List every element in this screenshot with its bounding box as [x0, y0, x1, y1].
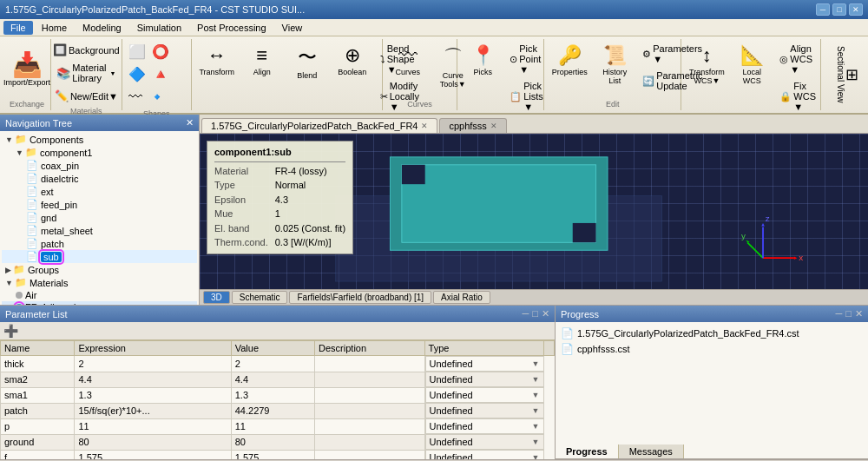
- menu-file[interactable]: File: [3, 21, 33, 35]
- maximize-button[interactable]: □: [832, 3, 846, 16]
- main-area: Navigation Tree ✕ ▼ 📁 Components ▼ 📁 com…: [0, 115, 868, 305]
- menu-home[interactable]: Home: [35, 21, 74, 35]
- param-row-patch[interactable]: patch 15/f/sq(er)*10+... 44.2279 Undefin…: [1, 403, 555, 418]
- param-row-sma2[interactable]: sma2 4.4 4.4 Undefined▼: [1, 372, 555, 387]
- param-table-container[interactable]: Name Expression Value Description Type t…: [0, 340, 555, 459]
- param-maximize-btn[interactable]: □: [532, 308, 538, 319]
- progress-minimize-btn[interactable]: ─: [836, 308, 843, 319]
- exchange-buttons: 📥 Import/Export: [7, 41, 47, 98]
- curves-button[interactable]: 〰 Curves: [386, 41, 430, 80]
- tree-patch[interactable]: 📄 patch: [2, 237, 197, 250]
- menu-modeling[interactable]: Modeling: [76, 21, 128, 35]
- shape-btn-3[interactable]: 🔷: [126, 63, 148, 85]
- vp-tab-axial[interactable]: Axial Ratio: [433, 291, 490, 304]
- tree-components[interactable]: ▼ 📁 Components: [2, 133, 197, 146]
- param-type-expand-f[interactable]: ▼: [532, 453, 540, 459]
- blend-button[interactable]: 〜 Blend: [286, 41, 329, 83]
- tree-fr4[interactable]: FR-4 (lossy): [2, 301, 197, 305]
- expand-components[interactable]: ▼: [5, 135, 13, 144]
- tree-sub[interactable]: 📄 sub: [2, 250, 197, 263]
- transform-wcs-button[interactable]: ↕ Transform WCS▼: [685, 41, 728, 89]
- history-list-button[interactable]: 📜 History List: [593, 41, 636, 89]
- pick-point-button[interactable]: ⊙ Pick Point ▼: [505, 41, 548, 77]
- viewport-3d[interactable]: x y z component1:sub Material FR-4 (loss…: [200, 134, 868, 289]
- menu-view[interactable]: View: [275, 21, 310, 35]
- tree-feed_pin[interactable]: 📄 feed_pin: [2, 198, 197, 211]
- expand-groups[interactable]: ▶: [5, 266, 11, 274]
- minimize-button[interactable]: ─: [816, 3, 830, 16]
- param-type-expand-patch[interactable]: ▼: [532, 406, 540, 415]
- tree-diaelctric[interactable]: 📄 diaelctric: [2, 172, 197, 185]
- tree-metal_sheet[interactable]: 📄 metal_sheet: [2, 224, 197, 237]
- expand-component1[interactable]: ▼: [16, 148, 23, 157]
- col-description: Description: [315, 341, 424, 356]
- shape-btn-2[interactable]: ⭕: [149, 41, 172, 63]
- param-row-f[interactable]: f 1.575 1.575 Undefined▼: [1, 450, 555, 459]
- param-type-expand-p[interactable]: ▼: [532, 422, 540, 431]
- material-library-button[interactable]: 📚 Material Library▼: [52, 60, 120, 86]
- vp-tab-3d[interactable]: 3D: [203, 291, 230, 304]
- param-type-expand-sma1[interactable]: ▼: [532, 391, 540, 399]
- svg-line-7: [747, 242, 763, 258]
- viewport-tab-cpph-label: cpphfsss: [449, 121, 486, 131]
- align-button[interactable]: ≡ Align: [240, 41, 284, 80]
- tab-close-main[interactable]: ✕: [421, 122, 428, 130]
- tree-groups[interactable]: ▶ 📁 Groups: [2, 263, 197, 276]
- param-close-btn[interactable]: ✕: [542, 308, 549, 319]
- viewport-tab-main[interactable]: 1.575G_CircularlyPolarizedPatch_BackFed_…: [201, 118, 437, 133]
- tab-close-cpph[interactable]: ✕: [490, 122, 497, 130]
- align-wcs-button[interactable]: ◎ Align WCS ▼: [775, 41, 820, 77]
- menu-post-processing[interactable]: Post Processing: [190, 21, 273, 35]
- shape-btn-5[interactable]: 〰: [126, 87, 145, 108]
- expand-materials[interactable]: ▼: [5, 279, 13, 287]
- nav-tree-close[interactable]: ✕: [186, 117, 194, 128]
- shape-btn-1[interactable]: ⬜: [126, 41, 148, 63]
- prog-tab-progress[interactable]: Progress: [556, 445, 619, 458]
- param-val-sma2: 4.4: [231, 372, 314, 387]
- tree-materials[interactable]: ▼ 📁 Materials: [2, 276, 197, 289]
- pick-lists-button[interactable]: 📋 Pick Lists ▼: [505, 78, 548, 115]
- tree-ext[interactable]: 📄 ext: [2, 185, 197, 198]
- ribbon-content: 📥 Import/Export Exchange 🔲 Background 📚 …: [0, 36, 868, 113]
- prog-tab-messages[interactable]: Messages: [619, 445, 684, 458]
- param-row-p[interactable]: p 11 11 Undefined▼: [1, 418, 555, 434]
- param-add-btn[interactable]: ➕: [3, 324, 18, 338]
- sectional-view-button[interactable]: ⊞ Sectional View: [821, 43, 865, 106]
- properties-button[interactable]: 🔑 Properties: [548, 41, 591, 80]
- param-type-expand-ground[interactable]: ▼: [532, 438, 540, 446]
- transform-button[interactable]: ↔ Transform: [195, 41, 239, 80]
- tree-gnd[interactable]: 📄 gnd: [2, 211, 197, 224]
- param-type-expand-sma2[interactable]: ▼: [532, 375, 540, 384]
- shape-btn-6[interactable]: 🔹: [146, 86, 168, 108]
- param-type-expand-thick[interactable]: ▼: [532, 359, 540, 368]
- diaelctric-icon: 📄: [26, 173, 38, 184]
- close-button[interactable]: ✕: [849, 3, 863, 16]
- background-button[interactable]: 🔲 Background: [49, 41, 124, 59]
- materials-label: Materials: [30, 278, 69, 288]
- local-wcs-button[interactable]: 📐 Local WCS: [730, 41, 773, 89]
- tree-component1[interactable]: ▼ 📁 component1: [2, 146, 197, 159]
- import-export-label: Import/Export: [3, 78, 50, 87]
- transform-icon: ↔: [207, 44, 227, 67]
- shape-btn-4[interactable]: 🔺: [149, 63, 172, 85]
- tree-coax_pin[interactable]: 📄 coax_pin: [2, 159, 197, 172]
- progress-maximize-btn[interactable]: □: [845, 308, 852, 319]
- new-edit-button[interactable]: ✏️ New/Edit▼: [50, 87, 122, 105]
- picks-button[interactable]: 📍 Picks: [461, 41, 504, 80]
- menu-simulation[interactable]: Simulation: [130, 21, 188, 35]
- vp-tab-schematic[interactable]: Schematic: [232, 291, 288, 304]
- param-row-thick[interactable]: thick 2 2 Undefined▼: [1, 356, 555, 372]
- wcs-dropdown-group: ◎ Align WCS ▼ 🔒 Fix WCS ▼: [775, 41, 820, 115]
- progress-close-btn[interactable]: ✕: [855, 308, 863, 319]
- param-row-sma1[interactable]: sma1 1.3 1.3 Undefined▼: [1, 387, 555, 403]
- viewport-tab-cpph[interactable]: cpphfsss ✕: [439, 118, 506, 133]
- tree-air[interactable]: Air: [2, 289, 197, 301]
- param-minimize-btn[interactable]: ─: [523, 308, 529, 319]
- param-row-ground[interactable]: ground 80 80 Undefined▼: [1, 434, 555, 450]
- fix-wcs-button[interactable]: 🔒 Fix WCS ▼: [775, 78, 820, 115]
- fix-wcs-icon: 🔒: [779, 91, 792, 102]
- boolean-button[interactable]: ⊕ Boolean: [331, 41, 374, 80]
- fix-wcs-label: Fix WCS ▼: [793, 81, 816, 112]
- exchange-label: Exchange: [7, 98, 47, 109]
- vp-tab-farfield[interactable]: Farfields\Farfield (broadband) [1]: [289, 291, 431, 304]
